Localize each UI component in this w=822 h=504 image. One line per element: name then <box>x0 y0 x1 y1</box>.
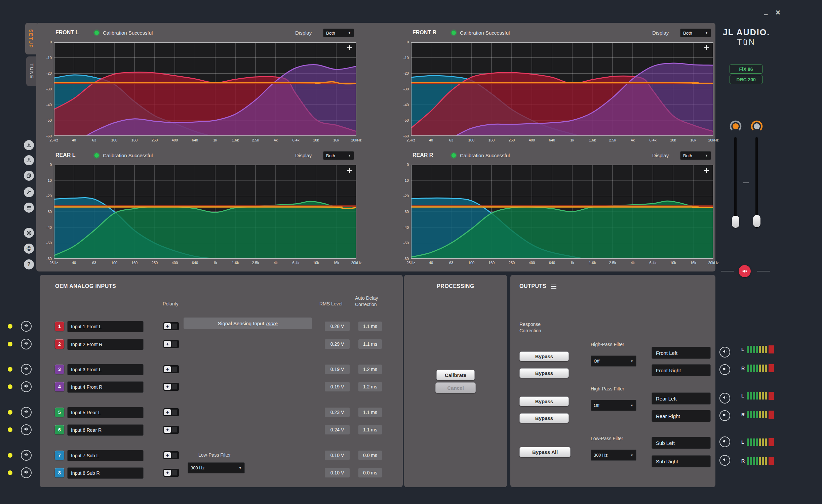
zoom-plus-icon[interactable]: + <box>703 43 709 53</box>
bypass-button-rear[interactable]: Bypass <box>519 396 569 406</box>
polarity-plus-icon: + <box>164 366 171 372</box>
lowpass-filter-label: Low-Pass Filter <box>591 435 624 442</box>
jl-audio-logo: JL AUDIO. <box>721 28 772 37</box>
chart-plot-area[interactable]: + <box>411 42 713 136</box>
output-monitor-speaker-button[interactable] <box>719 347 730 358</box>
download-icon[interactable] <box>24 155 34 165</box>
zoom-plus-icon[interactable]: + <box>703 165 709 175</box>
close-button[interactable]: ✕ <box>775 9 781 16</box>
help-icon[interactable]: ? <box>24 259 34 269</box>
chart-plot-area[interactable]: + <box>54 165 356 259</box>
input-name-field[interactable]: Input 5 Rear L <box>67 407 144 418</box>
input-name-field[interactable]: Input 1 Front L <box>67 321 144 332</box>
input-monitor-speaker-button[interactable] <box>21 364 32 375</box>
output-channel-rear-right[interactable]: Rear Right <box>652 410 711 422</box>
bypass-button-front-2[interactable]: Bypass <box>519 368 569 378</box>
polarity-toggle[interactable]: + <box>163 469 179 477</box>
knob-right[interactable] <box>750 120 764 133</box>
input-name-field[interactable]: Input 4 Front R <box>67 381 144 393</box>
level-meter-l-1: L <box>741 392 774 400</box>
input-monitor-speaker-button[interactable] <box>21 467 32 478</box>
list-icon[interactable] <box>24 203 34 213</box>
bypass-all-button[interactable]: Bypass All <box>519 447 571 457</box>
output-channel-sub-right[interactable]: Sub Right <box>652 455 711 467</box>
highpass-filter-dropdown-2[interactable]: Off ▼ <box>591 400 636 411</box>
polarity-toggle[interactable]: + <box>163 451 179 459</box>
polarity-toggle[interactable]: + <box>163 383 179 391</box>
minimize-button[interactable]: – <box>764 11 768 18</box>
copy-icon[interactable] <box>24 171 34 181</box>
cancel-button[interactable]: Cancel <box>435 382 476 393</box>
speaker-icon <box>722 457 728 464</box>
output-monitor-speaker-button[interactable] <box>719 393 730 404</box>
bypass-button-rear-2[interactable]: Bypass <box>519 413 569 423</box>
y-axis-labels: 0-10-20-30-40-50-60 <box>397 42 409 136</box>
output-channel-rear-left[interactable]: Rear Left <box>652 392 711 405</box>
bypass-button-front[interactable]: Bypass <box>519 351 569 361</box>
zoom-plus-icon[interactable]: + <box>346 165 352 175</box>
output-channel-front-left[interactable]: Front Left <box>652 347 711 359</box>
calibrate-button[interactable]: Calibrate <box>436 370 475 380</box>
settings-gear-icon[interactable] <box>24 228 34 238</box>
input-name-field[interactable]: Input 2 Front R <box>67 339 144 350</box>
y-axis-labels: 0-10-20-30-40-50-60 <box>40 165 52 259</box>
frequency-response-chart: FRONT L Calibration Successful Display B… <box>40 27 379 148</box>
mute-divider-right <box>757 271 770 271</box>
display-dropdown[interactable]: Both ▼ <box>323 151 354 160</box>
input-name-field[interactable]: Input 7 Sub L <box>67 450 144 461</box>
output-monitor-speaker-button[interactable] <box>719 410 730 421</box>
device-button-fix86[interactable]: FiX 86 <box>730 65 762 74</box>
input-monitor-speaker-button[interactable] <box>21 339 32 349</box>
tab-tune[interactable]: TUNE <box>26 56 37 86</box>
input-monitor-speaker-button[interactable] <box>21 321 32 332</box>
input-name-field[interactable]: Input 3 Front L <box>67 364 144 375</box>
device-button-drc200[interactable]: DRC 200 <box>730 75 762 84</box>
input-monitor-speaker-button[interactable] <box>21 424 32 435</box>
input-active-indicator <box>8 453 12 458</box>
polarity-toggle[interactable]: + <box>163 365 179 373</box>
input-name-field[interactable]: Input 6 Rear R <box>67 424 144 436</box>
polarity-toggle[interactable]: + <box>163 322 179 330</box>
highpass-filter-dropdown-1[interactable]: Off ▼ <box>591 355 636 367</box>
delay-value: 1.1 ms <box>358 322 382 331</box>
tab-setup[interactable]: SETUP <box>25 23 37 54</box>
panel-title: OEM ANALOG INPUTS <box>55 283 116 289</box>
display-dropdown[interactable]: Both ▼ <box>680 29 711 37</box>
polarity-toggle[interactable]: + <box>163 340 179 348</box>
outputs-menu-icon[interactable] <box>551 284 556 290</box>
slider-handle-left[interactable] <box>732 216 739 228</box>
panel-title: OUTPUTS <box>519 283 556 290</box>
speaker-icon <box>722 438 728 445</box>
display-dropdown[interactable]: Both ▼ <box>680 151 711 160</box>
polarity-toggle[interactable]: + <box>163 408 179 416</box>
input-row: 7 Input 7 Sub L + 0.10 V 0.0 ms <box>40 450 403 461</box>
highpass-filter-label-1: High-Pass Filter <box>591 341 624 348</box>
upload-icon[interactable] <box>24 140 34 150</box>
input-monitor-speaker-button[interactable] <box>21 450 32 461</box>
chart-plot-area[interactable]: + <box>411 165 713 259</box>
input-name-field[interactable]: Input 8 Sub R <box>67 467 144 479</box>
slider-handle-right[interactable] <box>753 215 760 227</box>
speaker-icon <box>24 323 29 330</box>
input-monitor-speaker-button[interactable] <box>21 381 32 392</box>
display-dropdown[interactable]: Both ▼ <box>323 29 354 37</box>
slider-track-left[interactable] <box>734 137 737 228</box>
input-monitor-speaker-button[interactable] <box>21 407 32 418</box>
chart-plot-area[interactable]: + <box>54 42 356 136</box>
output-channel-front-right[interactable]: Front Right <box>652 364 711 376</box>
x-axis-labels: 25Hz40631001602504006401k1.6k2.5k4k6.4k1… <box>411 138 713 143</box>
rms-level-value: 0.19 V <box>325 382 350 391</box>
output-monitor-speaker-button[interactable] <box>719 455 730 466</box>
output-monitor-speaker-button[interactable] <box>719 436 730 447</box>
mute-button[interactable] <box>739 265 751 277</box>
input-row: 5 Input 5 Rear L + 0.23 V 1.1 ms <box>40 407 403 418</box>
zoom-plus-icon[interactable]: + <box>346 43 352 53</box>
copyright-icon[interactable]: © <box>24 244 34 254</box>
knob-left[interactable] <box>729 120 742 133</box>
level-meter-r-1: R <box>741 411 774 419</box>
lowpass-filter-dropdown[interactable]: 300 Hz ▼ <box>591 450 636 461</box>
output-channel-sub-left[interactable]: Sub Left <box>652 437 711 449</box>
output-monitor-speaker-button[interactable] <box>719 364 730 375</box>
polarity-toggle[interactable]: + <box>163 426 179 434</box>
tools-wrench-icon[interactable] <box>24 187 34 197</box>
